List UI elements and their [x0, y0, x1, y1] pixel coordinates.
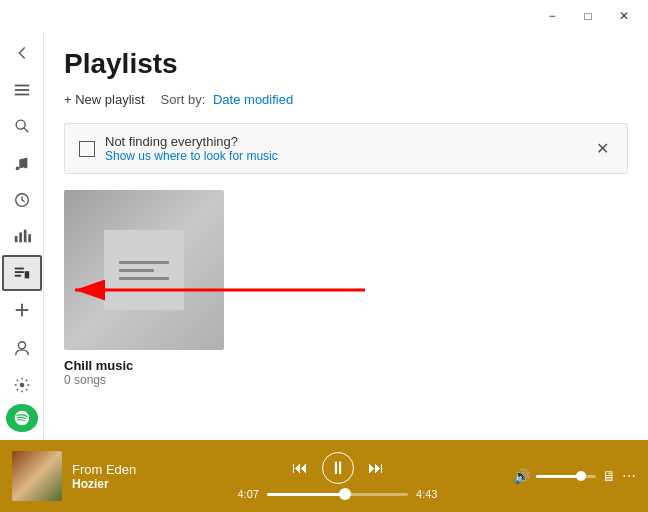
progress-thumb	[339, 488, 351, 500]
sidebar-item-add[interactable]	[2, 293, 42, 328]
progress-bar[interactable]	[267, 493, 408, 496]
svg-rect-14	[14, 275, 20, 277]
thumb-line-2	[119, 269, 154, 272]
thumb-line-3	[119, 277, 169, 280]
more-options-button[interactable]: ⋯	[622, 468, 636, 484]
playlist-thumbnail	[64, 190, 224, 350]
content-area: Playlists + New playlist Sort by: Date m…	[44, 32, 648, 440]
banner-title: Not finding everything?	[105, 134, 592, 149]
sidebar-item-visualizer[interactable]	[2, 219, 42, 254]
track-name: From Eden	[72, 462, 162, 477]
sort-by-label: Sort by: Date modified	[161, 92, 294, 107]
thumb-inner	[104, 230, 184, 310]
volume-icon: 🔊	[513, 468, 530, 484]
control-buttons: ⏮ ⏸ ⏭	[286, 452, 390, 484]
sidebar-item-account[interactable]	[2, 331, 42, 366]
playback-controls: ⏮ ⏸ ⏭ 4:07 4:43	[172, 452, 503, 500]
not-finding-banner: Not finding everything? Show us where to…	[64, 123, 628, 174]
thumb-lines	[119, 261, 169, 280]
playlist-songs: 0 songs	[64, 373, 224, 387]
title-bar-controls: − □ ✕	[536, 6, 640, 26]
svg-point-6	[23, 165, 27, 169]
now-playing-bar: From Eden Hozier ⏮ ⏸ ⏭ 4:07 4:43 🔊	[0, 440, 648, 512]
volume-bar[interactable]	[536, 475, 596, 478]
svg-rect-1	[14, 89, 28, 91]
progress-fill	[267, 493, 345, 496]
banner-icon	[79, 141, 95, 157]
close-button[interactable]: ✕	[608, 6, 640, 26]
svg-point-18	[18, 342, 25, 349]
time-elapsed: 4:07	[238, 488, 259, 500]
svg-rect-17	[15, 309, 28, 311]
svg-rect-15	[24, 271, 29, 278]
svg-rect-13	[14, 271, 23, 273]
app-container: Playlists + New playlist Sort by: Date m…	[0, 32, 648, 512]
playlist-grid: Chill music 0 songs	[64, 190, 628, 387]
thumb-line-1	[119, 261, 169, 264]
banner-text: Not finding everything? Show us where to…	[105, 134, 592, 163]
sidebar-item-search[interactable]	[2, 109, 42, 144]
playlist-card[interactable]: Chill music 0 songs	[64, 190, 224, 387]
track-info: From Eden Hozier	[72, 462, 162, 491]
sidebar-item-spotify[interactable]	[6, 404, 38, 432]
banner-link[interactable]: Show us where to look for music	[105, 149, 592, 163]
pause-button[interactable]: ⏸	[322, 452, 354, 484]
svg-point-5	[15, 167, 19, 171]
sidebar-item-recent[interactable]	[2, 182, 42, 217]
new-playlist-button[interactable]: + New playlist	[64, 92, 145, 107]
volume-thumb	[576, 471, 586, 481]
sidebar-item-music[interactable]	[2, 146, 42, 181]
sidebar-item-menu[interactable]	[2, 73, 42, 108]
time-total: 4:43	[416, 488, 437, 500]
skip-back-button[interactable]: ⏮	[286, 454, 314, 482]
svg-point-3	[16, 121, 25, 130]
cast-button[interactable]: 🖥	[602, 468, 616, 484]
page-title: Playlists	[64, 48, 628, 80]
sidebar-item-playlist[interactable]	[2, 255, 42, 290]
svg-line-4	[24, 129, 28, 133]
right-controls: 🔊 🖥 ⋯	[513, 468, 636, 484]
maximize-button[interactable]: □	[572, 6, 604, 26]
svg-point-19	[19, 383, 24, 388]
toolbar: + New playlist Sort by: Date modified	[64, 92, 628, 107]
sidebar-item-settings[interactable]	[2, 368, 42, 403]
svg-rect-8	[14, 236, 17, 242]
sidebar-item-back[interactable]	[2, 36, 42, 71]
progress-bar-container: 4:07 4:43	[238, 488, 438, 500]
svg-rect-12	[14, 268, 23, 270]
volume-fill	[536, 475, 581, 478]
svg-rect-0	[14, 84, 28, 86]
svg-rect-2	[14, 93, 28, 95]
banner-close-button[interactable]: ✕	[592, 139, 613, 158]
sort-value[interactable]: Date modified	[213, 92, 293, 107]
svg-rect-9	[19, 233, 22, 243]
svg-rect-10	[23, 230, 26, 243]
playlist-name: Chill music	[64, 358, 224, 373]
minimize-button[interactable]: −	[536, 6, 568, 26]
title-bar: − □ ✕	[0, 0, 648, 32]
sidebar	[0, 32, 44, 440]
main-area: Playlists + New playlist Sort by: Date m…	[0, 32, 648, 440]
artist-name: Hozier	[72, 477, 162, 491]
svg-rect-11	[28, 234, 31, 242]
skip-forward-button[interactable]: ⏭	[362, 454, 390, 482]
album-art	[12, 451, 62, 501]
